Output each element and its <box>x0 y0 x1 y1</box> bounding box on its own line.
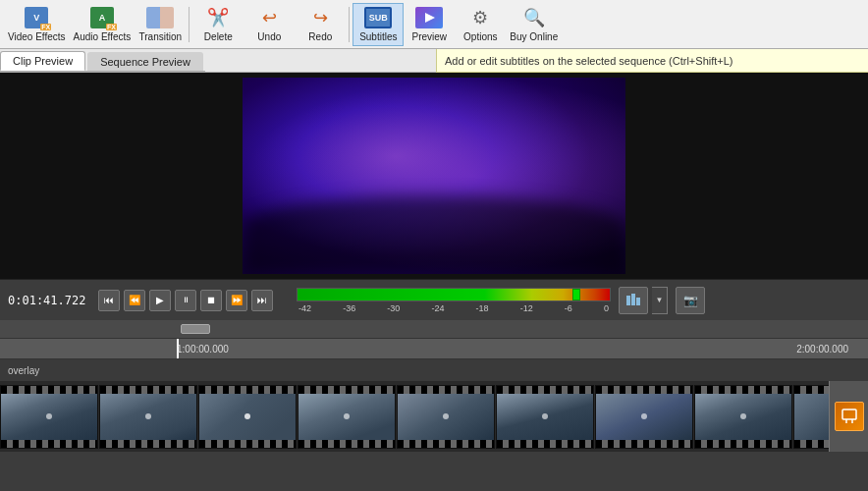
subtitles-label: Subtitles <box>359 31 397 42</box>
buy-online-label: Buy Online <box>510 31 558 42</box>
tab-clip-preview[interactable]: Clip Preview <box>0 51 85 71</box>
svg-rect-2 <box>631 294 635 305</box>
scrollbar-row <box>0 320 868 338</box>
vu-meter-area: -42 -36 -30 -24 -18 -12 -6 0 ▼ 📷 <box>297 287 860 314</box>
audio-effects-icon: A <box>88 6 116 29</box>
audio-effects-label: Audio Effects <box>74 31 132 42</box>
to-start-button[interactable]: ⏮ <box>98 290 120 311</box>
timecode: 0:01:41.722 <box>8 294 86 307</box>
transition-button[interactable]: Transition <box>135 3 186 46</box>
svg-marker-0 <box>425 13 435 23</box>
preview-label: Preview <box>412 31 448 42</box>
svg-rect-1 <box>626 296 630 305</box>
separator-1 <box>189 7 190 42</box>
film-thumb-6 <box>496 385 594 449</box>
film-thumb-3 <box>198 385 297 449</box>
separator-2 <box>349 7 350 42</box>
filmstrip-corner-icon[interactable] <box>835 402 864 431</box>
delete-button[interactable]: ✂️ Delete <box>192 3 244 46</box>
vu-bar-container: -42 -36 -30 -24 -18 -12 -6 0 <box>297 288 611 313</box>
vu-camera-button[interactable]: 📷 <box>676 287 705 314</box>
svg-rect-3 <box>636 298 640 305</box>
film-thumb-5 <box>397 385 495 449</box>
track-label: overlay <box>0 365 47 376</box>
video-effects-icon: V <box>23 6 50 29</box>
redo-icon: ↪ <box>306 6 334 29</box>
undo-icon: ↩ <box>255 6 283 29</box>
tabs-row: Clip Preview Sequence Preview <box>0 49 205 72</box>
undo-label: Undo <box>257 31 281 42</box>
film-thumb-8 <box>694 385 792 449</box>
redo-button[interactable]: ↪ Redo <box>295 3 346 46</box>
svg-rect-4 <box>842 409 856 419</box>
audio-effects-button[interactable]: A Audio Effects <box>70 3 136 46</box>
to-end-button[interactable]: ⏭ <box>251 290 273 311</box>
vu-peak-marker <box>572 289 580 300</box>
video-silhouette <box>243 195 625 274</box>
subtitles-button[interactable]: SUB Subtitles <box>353 3 404 46</box>
tooltip-bar: Add or edit subtitles on the selected se… <box>436 49 868 73</box>
pause-button[interactable]: ⏸ <box>175 290 196 311</box>
vu-bar <box>297 288 611 301</box>
timeline-mark-2: 2:00:00.000 <box>796 344 848 355</box>
redo-label: Redo <box>308 31 332 42</box>
video-frame <box>243 78 625 274</box>
preview-button[interactable]: Preview <box>404 3 455 46</box>
timeline-ruler[interactable]: 1:00:00.000 2:00:00.000 <box>0 338 868 359</box>
vu-dropdown-arrow[interactable]: ▼ <box>652 287 668 314</box>
preview-icon <box>415 6 443 29</box>
transition-label: Transition <box>139 31 183 42</box>
buy-online-icon: 🔍 <box>520 6 548 29</box>
vu-labels: -42 -36 -30 -24 -18 -12 -6 0 <box>297 303 611 313</box>
transport-bar: 0:01:41.722 ⏮ ⏪ ▶ ⏸ ⏹ ⏩ ⏭ -42 -36 -30 -2… <box>0 279 868 320</box>
buy-online-button[interactable]: 🔍 Buy Online <box>506 3 562 46</box>
vu-icon-button-1[interactable] <box>619 287 648 314</box>
filmstrip <box>0 381 868 452</box>
video-effects-button[interactable]: V Video Effects <box>4 3 70 46</box>
undo-button[interactable]: ↩ Undo <box>244 3 295 46</box>
options-label: Options <box>463 31 497 42</box>
film-thumb-2 <box>99 385 197 449</box>
delete-label: Delete <box>204 31 233 42</box>
options-button[interactable]: ⚙ Options <box>455 3 506 46</box>
toolbar: V Video Effects A Audio Effects Transiti… <box>0 0 868 49</box>
ruler-track: 1:00:00.000 2:00:00.000 <box>0 339 868 358</box>
scroll-handle[interactable] <box>181 324 210 334</box>
film-thumb-4 <box>298 385 396 449</box>
prev-frame-button[interactable]: ⏪ <box>124 290 145 311</box>
next-frame-button[interactable]: ⏩ <box>226 290 247 311</box>
tooltip-text: Add or edit subtitles on the selected se… <box>445 55 733 67</box>
track-area: overlay <box>0 359 868 381</box>
video-effects-label: Video Effects <box>8 31 66 42</box>
tab-sequence-preview[interactable]: Sequence Preview <box>87 52 203 71</box>
vu-right-icons: ▼ 📷 <box>619 287 705 314</box>
film-thumb-7 <box>595 385 693 449</box>
film-thumb-1 <box>0 385 98 449</box>
play-button[interactable]: ▶ <box>149 290 171 311</box>
timeline-mark-1: 1:00:00.000 <box>177 344 229 355</box>
stop-button[interactable]: ⏹ <box>200 290 222 311</box>
options-icon: ⚙ <box>466 6 494 29</box>
subtitles-icon: SUB <box>364 6 392 29</box>
filmstrip-overlay <box>829 381 868 452</box>
transition-icon <box>146 6 174 29</box>
delete-icon: ✂️ <box>204 6 232 29</box>
preview-area <box>0 73 868 279</box>
